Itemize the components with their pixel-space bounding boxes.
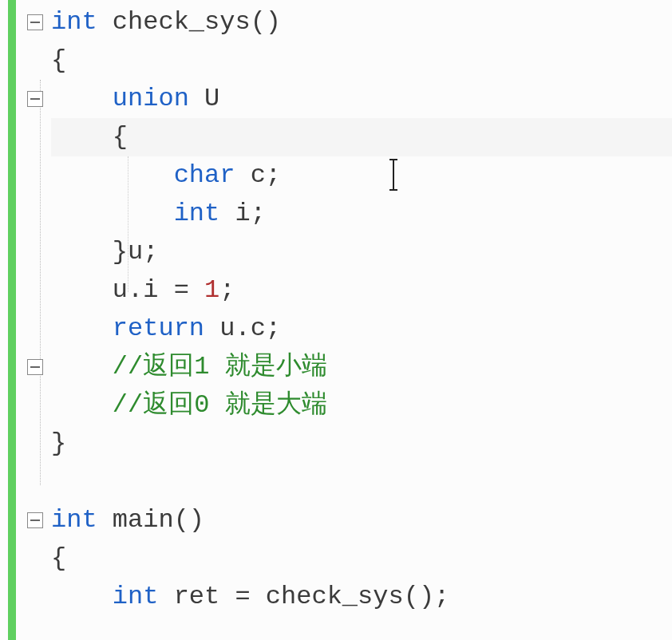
code-line[interactable]: }u; bbox=[51, 233, 672, 271]
brace-guide-outer bbox=[40, 80, 41, 485]
token-idn: i bbox=[143, 275, 158, 305]
indent bbox=[51, 275, 113, 305]
code-line[interactable]: union U bbox=[51, 80, 672, 118]
token-typ: char bbox=[174, 160, 235, 190]
token-punc: ; bbox=[219, 275, 235, 305]
fold-toggle-icon[interactable] bbox=[27, 359, 43, 375]
indent bbox=[51, 199, 174, 228]
token-cmt: //返回0 就是大端 bbox=[113, 390, 327, 420]
fold-toggle-icon[interactable] bbox=[27, 512, 43, 528]
indent bbox=[51, 390, 113, 420]
code-line[interactable]: int check_sys() bbox=[51, 3, 672, 41]
indent bbox=[51, 237, 113, 267]
token-idn: c bbox=[251, 160, 266, 190]
token-op: = bbox=[235, 582, 250, 611]
token-idn: U bbox=[204, 84, 219, 113]
code-line[interactable]: //返回1 就是小端 bbox=[51, 348, 672, 386]
token-idn: i bbox=[235, 199, 250, 228]
token-idn: c bbox=[251, 314, 266, 343]
indent bbox=[51, 84, 113, 113]
token-idn: u bbox=[128, 237, 143, 267]
token-punc bbox=[97, 7, 113, 37]
token-kw: int bbox=[51, 505, 97, 535]
code-line[interactable] bbox=[51, 463, 672, 501]
token-typ: int bbox=[113, 582, 159, 611]
code-line[interactable]: int ret = check_sys(); bbox=[51, 578, 672, 616]
code-line[interactable]: int i; bbox=[51, 195, 672, 233]
code-editor[interactable]: int check_sys(){ union U { char c; int i… bbox=[0, 0, 672, 640]
token-op: = bbox=[174, 275, 189, 305]
token-punc bbox=[189, 84, 204, 113]
token-punc: { bbox=[113, 122, 128, 152]
token-punc: (); bbox=[404, 582, 450, 611]
token-idn: u bbox=[113, 275, 128, 305]
token-punc: } bbox=[51, 429, 66, 458]
code-line[interactable]: return u.c; bbox=[51, 310, 672, 348]
token-cmt: //返回1 就是小端 bbox=[113, 352, 327, 381]
text-cursor bbox=[393, 162, 394, 189]
token-ret: return bbox=[113, 314, 204, 343]
token-punc bbox=[219, 199, 235, 228]
code-line[interactable]: { bbox=[51, 539, 672, 578]
token-fn: check_sys bbox=[266, 582, 404, 611]
token-punc: ; bbox=[266, 160, 281, 190]
change-indicator-bar bbox=[8, 0, 16, 640]
fold-toggle-icon[interactable] bbox=[27, 14, 43, 30]
code-line[interactable]: int main() bbox=[51, 501, 672, 539]
token-punc: ; bbox=[251, 199, 266, 228]
token-punc bbox=[97, 505, 113, 535]
token-punc bbox=[219, 582, 235, 611]
fold-toggle-icon[interactable] bbox=[27, 91, 43, 107]
code-line[interactable]: //返回0 就是大端 bbox=[51, 386, 672, 425]
token-idn: ret bbox=[174, 582, 220, 611]
token-punc bbox=[189, 275, 204, 305]
token-punc: . bbox=[128, 275, 143, 305]
token-num: 1 bbox=[204, 275, 219, 305]
token-punc: { bbox=[51, 543, 66, 573]
indent bbox=[51, 314, 113, 343]
code-line[interactable]: } bbox=[51, 425, 672, 463]
token-fn: main bbox=[113, 505, 174, 535]
token-punc bbox=[158, 275, 173, 305]
indent bbox=[51, 582, 113, 611]
token-punc: ; bbox=[143, 237, 158, 267]
token-punc: } bbox=[113, 237, 128, 267]
code-line[interactable]: { bbox=[51, 118, 672, 156]
token-fn: check_sys bbox=[113, 7, 251, 37]
token-punc: { bbox=[51, 45, 66, 75]
token-punc bbox=[235, 160, 250, 190]
code-line[interactable]: u.i = 1; bbox=[51, 271, 672, 310]
token-punc: () bbox=[251, 7, 281, 37]
token-punc: ; bbox=[266, 314, 281, 343]
token-punc bbox=[204, 314, 219, 343]
indent bbox=[51, 122, 113, 152]
code-line[interactable]: { bbox=[51, 41, 672, 80]
token-punc bbox=[158, 582, 173, 611]
token-punc bbox=[251, 582, 266, 611]
token-punc: () bbox=[174, 505, 204, 535]
indent bbox=[51, 160, 174, 190]
token-kw: union bbox=[113, 84, 189, 113]
code-line[interactable]: char c; bbox=[51, 156, 672, 195]
token-idn: u bbox=[219, 314, 235, 343]
token-kw: int bbox=[51, 7, 97, 37]
token-punc: . bbox=[235, 314, 250, 343]
token-typ: int bbox=[174, 199, 220, 228]
indent bbox=[51, 352, 113, 381]
current-line-highlight bbox=[51, 118, 672, 156]
